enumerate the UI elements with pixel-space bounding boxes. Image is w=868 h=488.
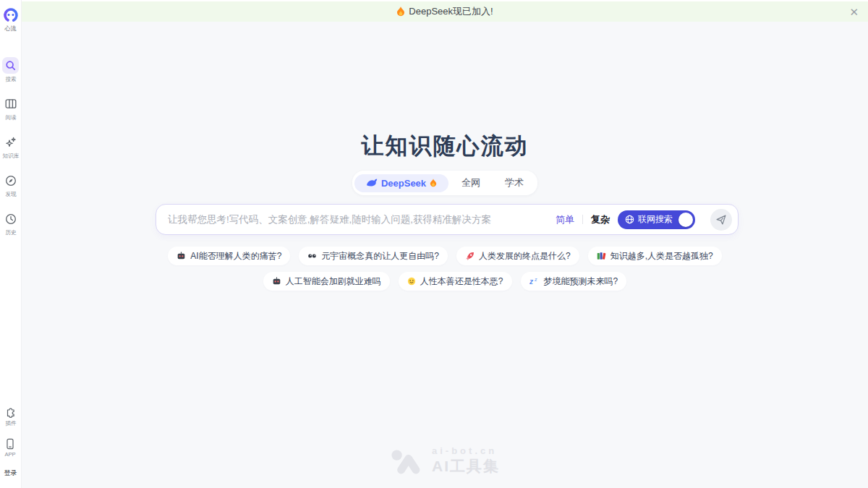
banner-close-button[interactable]: ✕ xyxy=(848,5,860,19)
sparkles-icon xyxy=(2,134,19,150)
chip-label: 知识越多,人类是否越孤独? xyxy=(610,250,713,262)
app-logo[interactable]: 心流 xyxy=(3,7,19,33)
tab-deepseek[interactable]: DeepSeek xyxy=(354,174,448,192)
chip-label: 人类发展的终点是什么? xyxy=(479,250,571,262)
chip-label: AI能否理解人类的痛苦? xyxy=(190,250,281,262)
search-input[interactable] xyxy=(168,214,556,225)
smiley-logo-icon xyxy=(3,7,19,23)
suggestion-chip[interactable]: 人类发展的终点是什么? xyxy=(456,247,579,265)
suggestion-chip[interactable]: 元宇宙概念真的让人更自由吗? xyxy=(299,247,448,265)
toggle-knob xyxy=(678,213,693,227)
sidebar-item-label: 阅读 xyxy=(5,114,16,121)
tab-label: 全网 xyxy=(461,176,480,189)
chip-label: 人性本善还是性本恶? xyxy=(420,275,503,288)
sidebar-item-label: APP xyxy=(5,451,16,458)
phone-icon xyxy=(5,438,15,450)
rocket-icon xyxy=(465,252,475,261)
search-icon xyxy=(2,57,19,74)
sidebar-item-search[interactable]: 搜索 xyxy=(2,57,20,83)
book-icon xyxy=(2,95,19,112)
sidebar-item-app[interactable]: APP xyxy=(4,438,16,458)
web-search-toggle[interactable]: 联网搜索 xyxy=(618,210,695,229)
chip-label: 元宇宙概念真的让人更自由吗? xyxy=(321,250,439,262)
web-search-label: 联网搜索 xyxy=(638,213,673,226)
suggestion-row-1: AI能否理解人类的痛苦? 元宇宙概念真的让人更自由吗? 人类发展的终点是什么? … xyxy=(22,247,868,265)
suggestion-chip[interactable]: 知识越多,人类是否越孤独? xyxy=(588,247,722,265)
tab-label: 学术 xyxy=(505,176,524,189)
search-mode-tabs: DeepSeek 全网 学术 xyxy=(352,171,537,195)
history-icon xyxy=(2,210,19,227)
suggestion-chip[interactable]: 人工智能会加剧就业难吗 xyxy=(263,272,390,291)
compass-icon xyxy=(2,172,19,189)
page-title: 让知识随心流动 xyxy=(22,131,868,161)
whale-icon xyxy=(366,179,378,187)
announcement-banner: DeepSeek现已加入! ✕ xyxy=(22,1,868,22)
logo-label: 心流 xyxy=(5,25,17,33)
eyes-icon xyxy=(307,252,317,260)
face-icon xyxy=(407,277,416,286)
sidebar-item-reading[interactable]: 阅读 xyxy=(2,95,20,121)
flame-icon xyxy=(396,7,405,17)
sidebar-item-plugin[interactable]: 插件 xyxy=(5,406,17,427)
sidebar-item-label: 插件 xyxy=(5,419,16,427)
tab-label: DeepSeek xyxy=(381,178,426,189)
search-controls: 简单 复杂 联网搜索 xyxy=(556,209,732,231)
login-button[interactable]: 登录 xyxy=(4,468,17,478)
flame-icon xyxy=(430,179,437,187)
paper-plane-icon xyxy=(716,215,726,225)
sidebar-item-history[interactable]: 历史 xyxy=(2,210,20,236)
mode-divider xyxy=(582,215,583,224)
banner-text: DeepSeek现已加入! xyxy=(409,5,493,18)
tabs-row: DeepSeek 全网 学术 xyxy=(22,171,868,195)
svg-text:z: z xyxy=(529,278,533,286)
sidebar: 心流 搜索 阅读 知识库 xyxy=(0,0,22,488)
globe-icon xyxy=(625,215,634,224)
sidebar-item-label: 搜索 xyxy=(5,75,16,82)
search-bar: 简单 复杂 联网搜索 xyxy=(156,204,739,235)
mode-complex-button[interactable]: 复杂 xyxy=(591,213,610,226)
tab-academic[interactable]: 学术 xyxy=(493,173,535,193)
books-icon xyxy=(597,252,606,260)
tab-whole-web[interactable]: 全网 xyxy=(450,173,492,193)
robot-icon xyxy=(272,277,281,286)
sidebar-item-label: 历史 xyxy=(5,228,16,236)
suggestion-chip[interactable]: zz 梦境能预测未来吗? xyxy=(521,272,627,291)
suggestion-chip[interactable]: 人性本善还是性本恶? xyxy=(399,272,512,291)
sidebar-item-label: 发现 xyxy=(5,190,16,197)
sidebar-item-label: 知识库 xyxy=(2,152,19,159)
zzz-icon: zz xyxy=(529,277,540,286)
sidebar-bottom: 插件 APP 登录 xyxy=(0,406,21,478)
page: DeepSeek现已加入! ✕ 心流 xyxy=(0,0,868,488)
chip-label: 人工智能会加剧就业难吗 xyxy=(286,275,381,288)
svg-text:z: z xyxy=(534,277,537,282)
sidebar-item-discover[interactable]: 发现 xyxy=(2,172,20,198)
suggestion-row-2: 人工智能会加剧就业难吗 人性本善还是性本恶? zz 梦境能预测未来吗? xyxy=(22,272,868,291)
robot-icon xyxy=(176,252,186,260)
sidebar-item-knowledge-base[interactable]: 知识库 xyxy=(2,134,20,160)
chip-label: 梦境能预测未来吗? xyxy=(544,275,618,288)
mode-simple-button[interactable]: 简单 xyxy=(556,213,574,226)
send-button[interactable] xyxy=(710,209,732,231)
close-icon: ✕ xyxy=(849,6,859,18)
suggestion-chip[interactable]: AI能否理解人类的痛苦? xyxy=(168,247,290,265)
sidebar-nav: 搜索 阅读 知识库 发现 xyxy=(2,57,20,236)
plugin-icon xyxy=(5,406,17,418)
